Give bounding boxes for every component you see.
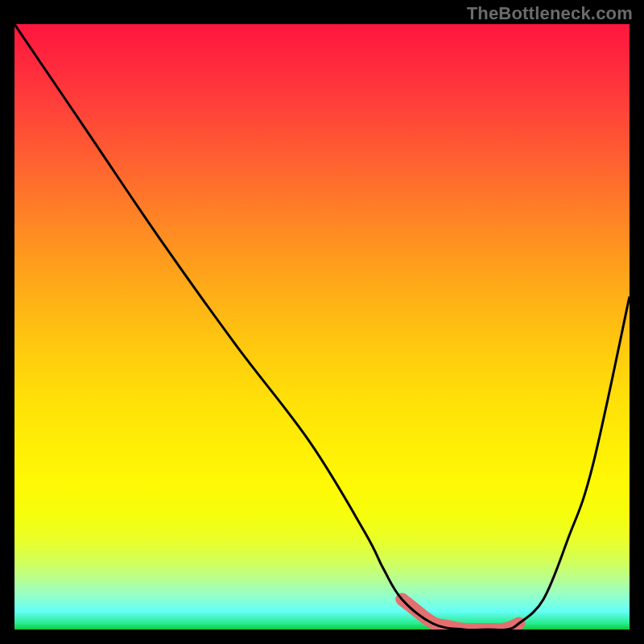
chart-svg-layer [14, 24, 630, 630]
chart-bottleneck-curve [14, 24, 630, 630]
chart-plot-area [14, 24, 630, 630]
watermark-text: TheBottleneck.com [467, 3, 633, 24]
